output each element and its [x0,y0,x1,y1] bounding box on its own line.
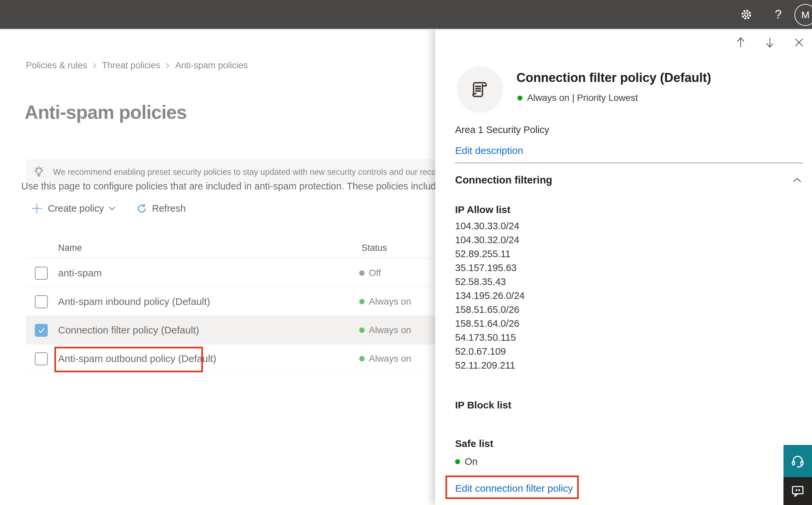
status-cell: Off [359,259,381,287]
row-checkbox-unchecked[interactable] [35,295,48,308]
policy-name: Anti-spam outbound policy (Default) [58,353,216,364]
flyout-toolbar [734,35,806,49]
collapse-section-button[interactable] [791,176,803,184]
status-label: Off [369,268,381,278]
connection-filtering-title: Connection filtering [455,174,552,186]
ip-entry: 52.89.255.11 [455,248,525,263]
refresh-label: Refresh [152,203,186,214]
status-dot-off [359,271,365,276]
ip-entry: 54.173.50.115 [455,332,525,346]
status-dot-on [359,356,365,361]
breadcrumb-policies-rules[interactable]: Policies & rules [26,60,87,71]
chevron-right-icon [92,62,97,69]
status-label: Always on [369,296,411,307]
table-row-anti-spam-inbound[interactable]: Anti-spam inbound policy (Default) Alway… [26,287,435,316]
table-row-anti-spam[interactable]: anti-spam Off [26,259,435,287]
refresh-button[interactable]: Refresh [136,203,190,214]
page-description: Use this page to configure policies that… [21,181,435,192]
status-dot-on [359,299,365,304]
previous-item-button[interactable] [734,35,748,49]
banner-text: We recommend enabling preset security po… [53,167,444,177]
ip-entry: 134.195.26.0/24 [455,290,525,304]
section-divider [455,163,803,163]
safe-list-title: Safe list [455,438,493,449]
breadcrumb: Policies & rules Threat policies Anti-sp… [26,60,248,71]
ip-entry: 52.58.35.43 [455,277,525,290]
chevron-right-icon [166,62,170,69]
close-flyout-button[interactable] [792,35,806,49]
chevron-down-icon [109,206,116,211]
policy-name: Anti-spam inbound policy (Default) [58,296,210,307]
safe-list-status-label: On [465,456,478,467]
plus-icon [30,202,43,215]
policy-icon-badge [457,66,503,113]
next-item-button[interactable] [763,35,777,49]
table-row-anti-spam-outbound[interactable]: Anti-spam outbound policy (Default) Alwa… [26,344,435,373]
breadcrumb-threat-policies[interactable]: Threat policies [102,60,161,71]
ip-entry: 52.0.67.109 [455,346,525,360]
ip-entry: 35.157.195.63 [455,263,525,277]
status-label: Always on [369,325,411,335]
edit-connection-filter-policy-link[interactable]: Edit connection filter policy [455,483,573,494]
connection-filtering-section-header: Connection filtering [455,174,803,186]
close-icon [794,37,804,47]
scroll-icon [469,78,491,101]
ip-entry: 104.30.32.0/24 [455,234,525,248]
row-checkbox-unchecked[interactable] [35,352,48,365]
table-header-row: Name Status [26,235,435,259]
status-label: Always on [369,353,411,364]
feedback-button[interactable] [784,477,812,505]
create-policy-button[interactable]: Create policy [30,202,116,215]
arrow-down-icon [764,36,776,48]
policies-table: Name Status anti-spam Off Anti-spam inbo… [26,235,435,373]
account-avatar[interactable]: M [794,4,812,26]
ip-entry: 158.51.65.0/26 [455,304,525,318]
status-dot-always-on [518,96,523,101]
ip-entry: 104.30.33.0/24 [455,221,525,234]
status-cell: Always on [359,316,411,344]
flyout-status-text: Always on | Priority Lowest [527,93,638,103]
arrow-up-icon [735,36,746,48]
safe-list-status: On [455,456,478,467]
settings-button[interactable] [736,0,757,29]
page-title: Anti-spam policies [25,101,187,123]
feedback-chat-icon [790,484,805,498]
flyout-status: Always on | Priority Lowest [518,93,638,103]
breadcrumb-anti-spam-policies: Anti-spam policies [175,60,248,71]
lightbulb-icon [32,165,46,179]
edit-description-link[interactable]: Edit description [455,145,523,156]
column-header-name[interactable]: Name [58,243,82,253]
ip-entry: 158.51.64.0/26 [455,318,525,332]
gear-icon [740,8,753,21]
status-cell: Always on [359,287,411,316]
policy-name: Connection filter policy (Default) [58,325,199,336]
create-policy-label: Create policy [48,203,104,214]
status-cell: Always on [359,344,411,373]
row-checkbox-unchecked[interactable] [35,267,48,280]
column-header-status[interactable]: Status [362,243,387,253]
policy-description: Area 1 Security Policy [455,125,549,135]
checkmark-icon [37,327,45,334]
policy-name: anti-spam [58,268,102,279]
ip-allow-list: 104.30.33.0/24 104.30.32.0/24 52.89.255.… [455,221,525,374]
ip-allow-list-title: IP Allow list [455,204,511,215]
status-dot-safe-list-on [455,459,460,464]
ip-entry: 52.11.209.211 [455,360,525,374]
row-checkbox-checked[interactable] [35,324,48,337]
top-app-bar: ? M [0,0,812,29]
headset-icon [790,454,805,469]
status-dot-on [359,328,365,333]
chevron-up-icon [793,177,801,183]
flyout-title: Connection filter policy (Default) [517,71,711,85]
ip-block-list-title: IP Block list [455,399,512,411]
refresh-icon [136,203,147,214]
policy-details-flyout: Connection filter policy (Default) Alway… [435,29,812,505]
question-mark-icon: ? [775,8,782,22]
help-button[interactable]: ? [768,0,788,29]
table-row-connection-filter[interactable]: Connection filter policy (Default) Alway… [26,316,435,344]
avatar-initial: M [801,9,810,21]
list-toolbar: Create policy Refresh [30,202,190,215]
support-button[interactable] [784,445,812,477]
